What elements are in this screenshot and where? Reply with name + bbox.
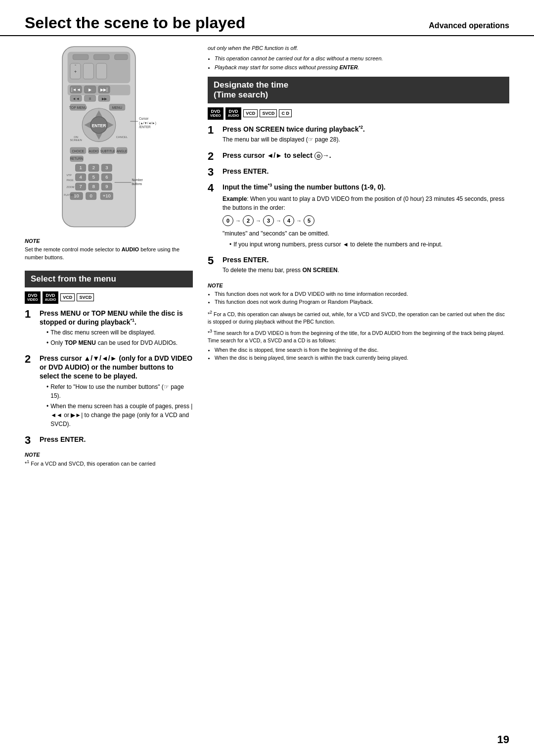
- badge-right-dvd-video: DVDVIDEO: [208, 107, 223, 120]
- right-bottom-note: NOTE This function does not work for a D…: [208, 282, 509, 362]
- right-step-5-num: 5: [208, 255, 219, 266]
- left-step-1-bullet-2: Only TOP MENU can be used for DVD AUDIOs…: [46, 338, 193, 347]
- left-step-3-heading: Press ENTER.: [40, 435, 193, 444]
- left-bottom-note: NOTE *1 For a VCD and SVCD, this operati…: [25, 451, 193, 468]
- seq-arrow-1: →: [235, 218, 241, 224]
- svg-text:CHOICE: CHOICE: [72, 149, 84, 153]
- wrong-numbers-note: If you input wrong numbers, press cursor…: [229, 240, 509, 249]
- right-top-note-line1: out only when the PBC function is off.: [208, 44, 509, 52]
- right-note-1: This function does not work for a DVD VI…: [215, 290, 509, 298]
- right-step-4-heading: Input the time*3 using the number button…: [222, 183, 509, 191]
- badge-right-vcd: VCD: [243, 109, 258, 118]
- footnote-3-bullet-1: When the disc is stopped, time search is…: [215, 346, 509, 354]
- badge-svcd: SVCD: [77, 293, 94, 302]
- svg-text:RETURN: RETURN: [70, 157, 83, 160]
- remote-note-title: NOTE: [25, 237, 193, 245]
- svg-text:PAGE: PAGE: [67, 179, 74, 182]
- footnote-2: *2 For a CD, this operation can always b…: [208, 309, 509, 326]
- left-step-3-num: 3: [25, 435, 36, 446]
- svg-text:(▲/▼/◄/►): (▲/▼/◄/►): [139, 121, 156, 125]
- svg-text:10: 10: [74, 193, 79, 198]
- svg-text:PLAY MO: PLAY MO: [64, 194, 74, 196]
- left-step-1-num: 1: [25, 309, 36, 320]
- button-sequence: 0 → 2 → 3 → 4 → 5: [222, 215, 509, 226]
- svg-rect-7: [96, 63, 107, 79]
- svg-text:3: 3: [105, 165, 108, 170]
- svg-text:9: 9: [105, 184, 108, 189]
- right-top-note-bullet-2: Playback may start for some discs withou…: [215, 63, 509, 72]
- seq-btn-4: 4: [283, 215, 294, 226]
- example-box: Example: When you want to play a DVD VID…: [222, 194, 509, 212]
- svg-text:5: 5: [92, 174, 95, 180]
- svg-text:▶: ▶: [89, 87, 92, 92]
- left-step-3-content: Press ENTER.: [40, 435, 193, 445]
- right-step-5-heading: Press ENTER.: [222, 255, 509, 264]
- badge-dvd-audio: DVDAUDIO: [43, 291, 59, 304]
- svg-text:SUBTITLE: SUBTITLE: [100, 149, 115, 153]
- svg-text:6: 6: [105, 174, 108, 180]
- svg-text:ON: ON: [74, 136, 78, 139]
- svg-text:Number: Number: [132, 178, 143, 182]
- svg-text:VTP: VTP: [67, 174, 72, 177]
- badge-right-dvd-audio: DVDAUDIO: [225, 107, 242, 120]
- svg-text:+10: +10: [103, 193, 111, 198]
- svg-text:/ENTER: /ENTER: [139, 125, 151, 129]
- left-step-2-bullet-2: When the menu screen has a couple of pag…: [46, 402, 193, 428]
- right-step-3-content: Press ENTER.: [222, 167, 509, 177]
- svg-text:buttons: buttons: [132, 182, 142, 186]
- left-step-2-heading: Press cursor ▲/▼/◄/► (only for a DVD VID…: [40, 354, 193, 381]
- section-label: Advanced operations: [429, 21, 509, 32]
- disc-badges-left: DVDVIDEO DVDAUDIO VCD SVCD: [25, 291, 193, 304]
- seq-arrow-3: →: [276, 218, 281, 224]
- right-step-2: 2 Press cursor ◄/► to select ⊙→.: [208, 151, 509, 162]
- svg-text:+: +: [74, 69, 77, 74]
- svg-text:▶▶: ▶▶: [102, 96, 107, 101]
- badge-right-cd: C D: [279, 109, 292, 118]
- seq-btn-5: 5: [304, 215, 314, 226]
- main-content: + - |◄◄ ▶ ▶▶| ◄◄ II ▶▶: [0, 36, 534, 468]
- remote-control-image: + - |◄◄ ▶ ▶▶| ◄◄ II ▶▶: [25, 44, 173, 232]
- left-step-2-num: 2: [25, 354, 36, 365]
- svg-text:0: 0: [90, 193, 92, 198]
- left-step-1-bullet-1: The disc menu screen will be displayed.: [46, 328, 193, 337]
- right-step-1-content: Press ON SCREEN twice during playback*2.…: [222, 125, 509, 146]
- right-step-3: 3 Press ENTER.: [208, 167, 509, 178]
- svg-text:-: -: [75, 62, 76, 67]
- seq-btn-3: 3: [263, 215, 274, 226]
- right-step-1-heading: Press ON SCREEN twice during playback*2.: [222, 125, 509, 134]
- example-label: Example: [222, 195, 247, 202]
- left-step-3: 3 Press ENTER.: [25, 435, 193, 446]
- svg-rect-4: [115, 54, 128, 60]
- right-step-1-desc: The menu bar will be displayed (☞ page 2…: [222, 135, 509, 144]
- svg-text:TOP MENU: TOP MENU: [69, 106, 87, 109]
- svg-text:ANGLE: ANGLE: [117, 149, 127, 153]
- right-note-2: This function does not work during Progr…: [215, 298, 509, 306]
- page-number: 19: [497, 733, 509, 746]
- badge-right-svcd: SVCD: [260, 109, 277, 118]
- footnotes: *2 For a CD, this operation can always b…: [208, 309, 509, 362]
- badge-vcd: VCD: [60, 293, 75, 302]
- svg-text:4: 4: [79, 174, 82, 180]
- disc-badges-right: DVDVIDEO DVDAUDIO VCD SVCD C D: [208, 107, 509, 120]
- right-step-4: 4 Input the time*3 using the number butt…: [208, 183, 509, 250]
- right-step-1-num: 1: [208, 125, 219, 136]
- right-top-note: out only when the PBC function is off. T…: [208, 44, 509, 72]
- right-step-1: 1 Press ON SCREEN twice during playback*…: [208, 125, 509, 146]
- minutes-seconds-note: "minutes" and "seconds" can be omitted.: [222, 229, 509, 238]
- right-step-3-num: 3: [208, 167, 219, 178]
- right-step-2-num: 2: [208, 151, 219, 162]
- remote-svg: + - |◄◄ ▶ ▶▶| ◄◄ II ▶▶: [25, 44, 173, 232]
- svg-text:CANCEL: CANCEL: [116, 136, 128, 139]
- svg-text:8: 8: [92, 184, 95, 189]
- badge-dvd-video: DVDVIDEO: [25, 291, 41, 304]
- svg-text:MENU: MENU: [112, 106, 122, 109]
- seq-arrow-4: →: [296, 218, 302, 224]
- right-step-5: 5 Press ENTER. To delete the menu bar, p…: [208, 255, 509, 277]
- footnote-3-bullet-2: When the disc is being played, time sear…: [215, 354, 509, 362]
- right-step-5-desc: To delete the menu bar, press ON SCREEN.: [222, 266, 509, 275]
- svg-rect-6: [83, 63, 93, 79]
- left-step-1-content: Press MENU or TOP MENU while the disc is…: [40, 309, 193, 349]
- left-step-2: 2 Press cursor ▲/▼/◄/► (only for a DVD V…: [25, 354, 193, 430]
- footnote-3: *3 Time search for a DVD VIDEO is from t…: [208, 328, 509, 345]
- page-title: Select the scene to be played: [25, 14, 245, 32]
